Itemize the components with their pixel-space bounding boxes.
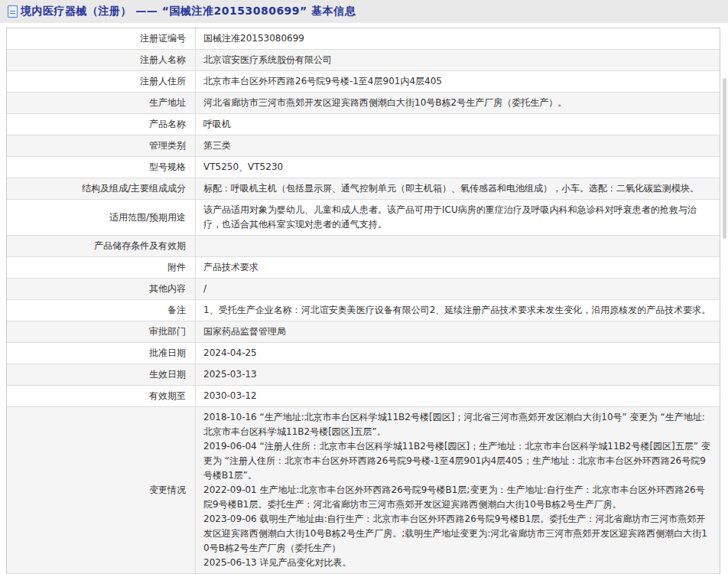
field-value: VT5250、VT5230 bbox=[196, 157, 720, 178]
field-label: 产品储存条件及有效期 bbox=[7, 236, 196, 256]
row-remarks: 备注 1、受托生产企业名称：河北谊安奥美医疗设备有限公司2、延续注册产品技术要求… bbox=[7, 300, 720, 321]
row-change-records: 变更情况 2018-10-16 “生产地址:北京市丰台区科学城11B2号楼[园区… bbox=[7, 407, 720, 574]
field-label: 型号规格 bbox=[7, 157, 196, 178]
field-label: 管理类别 bbox=[7, 135, 196, 156]
field-value: 2024-04-25 bbox=[196, 343, 720, 364]
field-label: 注册证编号 bbox=[7, 28, 196, 49]
change-record-entry: 2018-10-16 “生产地址:北京市丰台区科学城11B2号楼[园区]；河北省… bbox=[203, 410, 712, 439]
change-record-entry: 2023-09-06 载明生产地址由:自行生产：北京市丰台区外环西路26号院9号… bbox=[203, 512, 712, 556]
field-label: 变更情况 bbox=[7, 407, 196, 573]
row-registrant-address: 注册人住所 北京市丰台区外环西路26号院9号楼-1至4层901内4层405 bbox=[7, 71, 720, 93]
change-record-entry: 2022-09-01 生产地址:北京市丰台区外环西路26号院9号楼B1层;变更为… bbox=[203, 483, 712, 512]
field-label: 产品名称 bbox=[7, 114, 196, 135]
row-other-content: 其他内容 / bbox=[7, 279, 720, 300]
document-icon bbox=[8, 5, 18, 18]
row-attachments: 附件 产品技术要求 bbox=[7, 257, 720, 279]
row-expiry-date: 有效期至 2030-03-12 bbox=[7, 386, 720, 407]
field-value: 1、受托生产企业名称：河北谊安奥美医疗设备有限公司2、延续注册产品技术要求未发生… bbox=[196, 300, 720, 321]
row-product-name: 产品名称 呼吸机 bbox=[7, 114, 720, 135]
field-label: 备注 bbox=[7, 300, 196, 321]
field-value bbox=[196, 236, 720, 256]
field-label: 其他内容 bbox=[7, 279, 196, 299]
field-value: 国械注准20153080699 bbox=[196, 28, 720, 49]
field-label: 结构及组成/主要组成成分 bbox=[7, 178, 196, 199]
row-registration-cert-number: 注册证编号 国械注准20153080699 bbox=[7, 28, 720, 50]
field-label: 有效期至 bbox=[7, 386, 196, 406]
field-value: 2018-10-16 “生产地址:北京市丰台区科学城11B2号楼[园区]；河北省… bbox=[196, 407, 720, 573]
field-label: 生效日期 bbox=[7, 364, 196, 385]
field-value: / bbox=[196, 279, 720, 299]
field-value: 2025-03-13 bbox=[196, 364, 720, 385]
row-model-spec: 型号规格 VT5250、VT5230 bbox=[7, 157, 720, 178]
row-approval-date: 批准日期 2024-04-25 bbox=[7, 343, 720, 364]
row-intended-use: 适用范围/预期用途 该产品适用对象为婴幼儿、儿童和成人患者。该产品可用于ICU病… bbox=[7, 200, 720, 236]
field-value: 第三类 bbox=[196, 135, 720, 156]
field-value: 2030-03-12 bbox=[196, 386, 720, 406]
field-label: 附件 bbox=[7, 257, 196, 278]
field-value: 北京市丰台区外环西路26号院9号楼-1至4层901内4层405 bbox=[196, 71, 720, 92]
row-storage-conditions: 产品储存条件及有效期 bbox=[7, 236, 720, 257]
change-record-entry: 2019-06-04 “注册人住所：北京市丰台区科学城11B2号楼[园区]；生产… bbox=[203, 439, 712, 483]
scrollbar-thumb[interactable] bbox=[723, 78, 726, 239]
row-approval-department: 审批部门 国家药品监督管理局 bbox=[7, 321, 720, 343]
field-label: 批准日期 bbox=[7, 343, 196, 364]
field-label: 注册人住所 bbox=[7, 71, 196, 92]
field-value: 河北省廊坊市三河市燕郊开发区迎宾路西侧潮白大街10号B栋2号生产厂房（委托生产）… bbox=[196, 93, 720, 113]
field-label: 注册人名称 bbox=[7, 50, 196, 70]
field-value: 产品技术要求 bbox=[196, 257, 720, 278]
change-record-entry: 2025-06-13 详见产品变化对比表。 bbox=[203, 556, 712, 570]
field-value: 该产品适用对象为婴幼儿、儿童和成人患者。该产品可用于ICU病房的重症治疗及呼吸内… bbox=[196, 200, 720, 235]
page-header: 境内医疗器械（注册） —— “国械注准20153080699” 基本信息 bbox=[0, 0, 728, 23]
row-production-address: 生产地址 河北省廊坊市三河市燕郊开发区迎宾路西侧潮白大街10号B栋2号生产厂房（… bbox=[7, 93, 720, 114]
row-structure-composition: 结构及组成/主要组成成分 标配：呼吸机主机（包括显示屏、通气控制单元（即主机箱）… bbox=[7, 178, 720, 200]
field-value: 国家药品监督管理局 bbox=[196, 321, 720, 342]
row-registrant-name: 注册人名称 北京谊安医疗系统股份有限公司 bbox=[7, 50, 720, 71]
field-value: 北京谊安医疗系统股份有限公司 bbox=[196, 50, 720, 70]
field-label: 审批部门 bbox=[7, 321, 196, 342]
row-effective-date: 生效日期 2025-03-13 bbox=[7, 364, 720, 386]
page-title: 境内医疗器械（注册） —— “国械注准20153080699” 基本信息 bbox=[21, 5, 356, 18]
basic-info-table: 注册证编号 国械注准20153080699 注册人名称 北京谊安医疗系统股份有限… bbox=[6, 28, 720, 574]
field-label: 生产地址 bbox=[7, 93, 196, 113]
field-label: 适用范围/预期用途 bbox=[7, 200, 196, 235]
field-value: 呼吸机 bbox=[196, 114, 720, 135]
row-management-category: 管理类别 第三类 bbox=[7, 135, 720, 157]
field-value: 标配：呼吸机主机（包括显示屏、通气控制单元（即主机箱）、氧传感器和电池组成），小… bbox=[196, 178, 720, 199]
